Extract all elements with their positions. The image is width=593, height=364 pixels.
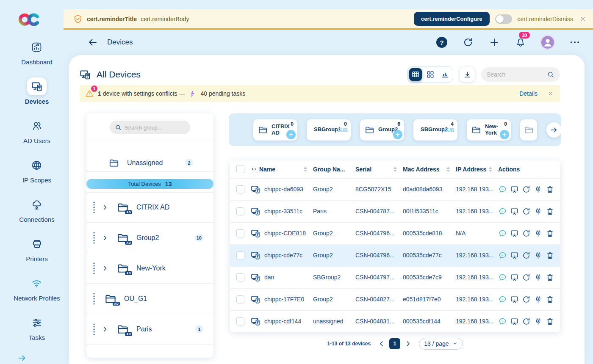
chevron-right-icon[interactable] — [102, 234, 108, 241]
delete-device-icon[interactable] — [546, 229, 554, 238]
restart-device-icon[interactable] — [522, 317, 531, 326]
group-tree-item-paris[interactable]: ADParis1 — [86, 314, 213, 345]
power-icon[interactable] — [534, 207, 543, 216]
power-icon[interactable] — [534, 229, 543, 238]
row-checkbox[interactable] — [236, 295, 244, 303]
device-name[interactable]: chippc-CDE818 — [264, 230, 306, 237]
notifications-bell-icon[interactable]: 10 — [515, 37, 526, 48]
remote-screen-icon[interactable] — [510, 295, 519, 304]
restart-device-icon[interactable] — [522, 229, 531, 238]
sidebar-item-connections[interactable]: Connections — [19, 196, 54, 223]
sidebar-item-printers[interactable]: Printers — [26, 235, 48, 262]
add-to-group-button[interactable] — [500, 130, 509, 139]
current-page-button[interactable]: 1 — [389, 338, 400, 349]
alert-details-link[interactable]: Details — [519, 90, 538, 97]
group-tree-item-citrix-ad[interactable]: ADCITRIX AD — [86, 192, 213, 223]
column-header-mac[interactable]: Mac Address — [403, 166, 440, 173]
remote-screen-icon[interactable] — [510, 251, 519, 260]
search-icon[interactable] — [547, 71, 554, 78]
group-chip-new-york[interactable]: New-York0 — [467, 119, 511, 141]
send-message-icon[interactable] — [498, 207, 507, 216]
group-search-input[interactable] — [125, 124, 184, 131]
more-options-icon[interactable] — [569, 37, 580, 48]
delete-device-icon[interactable] — [546, 273, 554, 282]
sidebar-item-network-profiles[interactable]: Network Profiles — [14, 274, 60, 302]
column-header-name[interactable]: Name — [259, 166, 275, 173]
restart-device-icon[interactable] — [522, 207, 531, 216]
power-icon[interactable] — [534, 317, 543, 326]
select-all-checkbox[interactable] — [236, 165, 244, 173]
sort-icon[interactable] — [489, 167, 492, 172]
remote-screen-icon[interactable] — [510, 229, 519, 238]
prev-page-icon[interactable] — [378, 340, 385, 347]
delete-device-icon[interactable] — [546, 251, 554, 260]
drag-handle-icon[interactable] — [92, 262, 96, 275]
chevron-right-icon[interactable] — [102, 204, 108, 211]
app-logo[interactable] — [16, 12, 41, 32]
group-chip-citrix-ad[interactable]: CITRIX AD0 — [253, 119, 297, 141]
page-size-select[interactable]: 13 / page — [419, 338, 463, 350]
group-chip-group2[interactable]: Group26 — [360, 119, 404, 141]
cert-configure-button[interactable]: cert.reminderConfigure — [414, 12, 489, 26]
device-name[interactable]: chippc-cde77c — [264, 252, 302, 259]
chevron-right-icon[interactable] — [102, 326, 108, 333]
row-checkbox[interactable] — [236, 251, 244, 259]
chevron-right-icon[interactable] — [102, 265, 108, 272]
next-page-icon[interactable] — [404, 340, 412, 347]
power-icon[interactable] — [534, 251, 543, 260]
row-checkbox[interactable] — [236, 185, 244, 193]
group-tree-item-ou-g1[interactable]: ADOU_G1 — [86, 284, 213, 314]
chips-scroll-right-icon[interactable] — [546, 122, 561, 138]
chart-view-icon[interactable] — [439, 68, 452, 81]
restart-device-icon[interactable] — [522, 185, 531, 194]
restart-device-icon[interactable] — [522, 251, 531, 260]
remote-screen-icon[interactable] — [510, 207, 519, 216]
drag-handle-icon[interactable] — [92, 201, 96, 214]
device-search-input[interactable] — [487, 71, 543, 78]
drag-handle-icon[interactable] — [92, 323, 96, 336]
sidebar-item-tasks[interactable]: Tasks — [27, 314, 47, 341]
sidebar-item-devices[interactable]: Devices — [25, 77, 49, 105]
device-name[interactable]: chippc-33511c — [264, 208, 302, 215]
back-arrow-icon[interactable] — [87, 37, 99, 47]
delete-device-icon[interactable] — [546, 207, 554, 216]
drag-handle-icon[interactable] — [92, 232, 96, 244]
drag-handle-icon[interactable] — [92, 292, 96, 305]
group-chip-sbgroup1[interactable]: SBGroup10SUB — [307, 119, 351, 141]
user-avatar[interactable] — [541, 36, 554, 49]
sidebar-item-ip-scopes[interactable]: IP Scopes — [22, 156, 51, 184]
sidebar-item-dashboard[interactable]: Dashboard — [21, 38, 52, 66]
banner-close-icon[interactable] — [579, 16, 586, 22]
sidebar-expand-icon[interactable] — [17, 353, 27, 363]
delete-device-icon[interactable] — [546, 295, 554, 304]
table-view-icon[interactable] — [409, 68, 422, 81]
column-header-serial[interactable]: Serial — [355, 166, 371, 173]
remote-screen-icon[interactable] — [510, 273, 519, 282]
device-name[interactable]: chippc-da6093 — [264, 186, 303, 193]
row-checkbox[interactable] — [236, 229, 244, 237]
send-message-icon[interactable] — [498, 229, 507, 238]
help-icon[interactable]: ? — [436, 37, 447, 48]
remote-screen-icon[interactable] — [510, 317, 519, 326]
delete-device-icon[interactable] — [546, 317, 554, 326]
card-view-icon[interactable] — [424, 68, 437, 81]
power-icon[interactable] — [534, 185, 543, 194]
column-header-group[interactable]: Group Na... — [313, 166, 345, 173]
row-checkbox[interactable] — [236, 317, 244, 325]
power-icon[interactable] — [534, 273, 543, 282]
restart-device-icon[interactable] — [522, 295, 531, 304]
group-chip-partial[interactable] — [520, 119, 537, 141]
restart-device-icon[interactable] — [522, 273, 531, 282]
group-tree-item-group2[interactable]: ADGroup210 — [86, 223, 213, 253]
row-checkbox[interactable] — [236, 207, 244, 215]
delete-device-icon[interactable] — [546, 185, 554, 194]
send-message-icon[interactable] — [498, 185, 507, 194]
add-to-group-button[interactable] — [393, 130, 402, 139]
sort-icon[interactable] — [393, 167, 397, 172]
device-name[interactable]: dan — [264, 274, 274, 281]
column-header-ip[interactable]: IP Address — [456, 166, 486, 173]
device-name[interactable]: chippc-17F7E0 — [264, 296, 304, 303]
send-message-icon[interactable] — [498, 251, 507, 260]
send-message-icon[interactable] — [498, 295, 507, 304]
sort-icon[interactable] — [304, 167, 307, 172]
